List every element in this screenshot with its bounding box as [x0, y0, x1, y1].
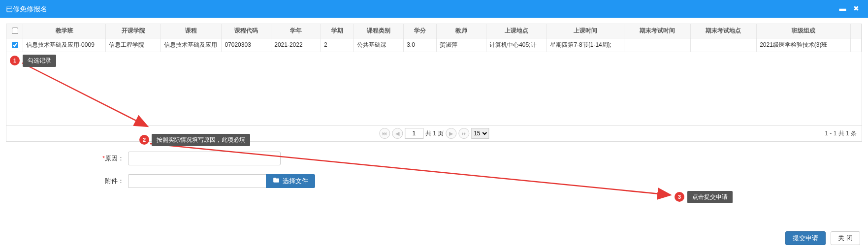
cell-location: 计算机中心405;计 [486, 38, 547, 52]
col-time: 上课时间 [547, 24, 624, 38]
page-first-button[interactable]: ⏮ [379, 128, 390, 139]
col-class: 教学班 [23, 24, 106, 38]
col-class-group: 班级组成 [757, 24, 850, 38]
annotation-badge-2: 2 [139, 135, 149, 145]
annotation-label-2: 按照实际情况填写原因，此项必填 [152, 134, 250, 146]
col-exam-time: 期末考试时间 [624, 24, 690, 38]
cell-class: 信息技术基础及应用-0009 [23, 38, 106, 52]
col-exam-loc: 期末考试地点 [690, 24, 756, 38]
window-titlebar: 已修免修报名 ▬ ✖ [0, 0, 868, 18]
results-table: 教学班 开课学院 课程 课程代码 学年 学期 课程类别 学分 教师 上课地点 上… [6, 24, 862, 52]
horizontal-scrollbar[interactable] [4, 197, 864, 205]
col-course-code: 课程代码 [222, 24, 271, 38]
table-empty-area [6, 52, 862, 125]
annotation-label-1: 勾选记录 [23, 55, 56, 67]
page-size-select[interactable]: 15 [471, 128, 489, 139]
cell-exam-loc [690, 38, 756, 52]
col-credit: 学分 [404, 24, 437, 38]
select-all-checkbox[interactable] [12, 28, 18, 34]
table-header-row: 教学班 开课学院 课程 课程代码 学年 学期 课程类别 学分 教师 上课地点 上… [6, 24, 862, 38]
cell-exam-time [624, 38, 690, 52]
cell-course-code: 07020303 [222, 38, 271, 52]
annotation-label-3: 点击提交申请 [687, 191, 733, 203]
cell-time: 星期四第7-8节{1-14周}; [547, 38, 624, 52]
submit-button[interactable]: 提交申请 [785, 231, 826, 245]
choose-file-button[interactable]: 选择文件 [266, 174, 315, 188]
page-number-input[interactable] [405, 128, 423, 139]
col-year: 学年 [271, 24, 321, 38]
attachment-label: 附件： [0, 177, 128, 186]
close-button[interactable]: 关 闭 [831, 231, 860, 245]
cell-college: 信息工程学院 [106, 38, 161, 52]
cell-term: 2 [321, 38, 354, 52]
col-category: 课程类别 [354, 24, 404, 38]
footer-actions: 提交申请 关 闭 [785, 231, 860, 245]
table-row[interactable]: 信息技术基础及应用-0009 信息工程学院 信息技术基础及应用 07020303… [6, 38, 862, 52]
attachment-path-input[interactable] [128, 174, 266, 188]
page-prev-button[interactable]: ◀ [392, 128, 403, 139]
choose-file-label: 选择文件 [283, 177, 308, 186]
col-teacher: 教师 [437, 24, 486, 38]
window-title: 已修免修报名 [6, 0, 47, 18]
cell-class-group: 2021级医学检验技术(3)班 [757, 38, 850, 52]
cell-credit: 3.0 [404, 38, 437, 52]
minimize-button[interactable]: ▬ [836, 2, 848, 14]
reason-label: *原因： [0, 154, 128, 163]
page-summary: 1 - 1 共 1 条 [825, 129, 857, 138]
cell-course: 信息技术基础及应用 [161, 38, 222, 52]
col-scroll [850, 24, 861, 38]
form-area: *原因： 附件： 选择文件 [0, 152, 868, 188]
folder-open-icon [273, 177, 280, 185]
row-checkbox[interactable] [12, 42, 18, 48]
pagination-bar: ⏮ ◀ 共 1 页 ▶ ⏭ 15 1 - 1 共 1 条 [6, 125, 862, 141]
annotation-badge-3: 3 [675, 192, 684, 202]
results-table-container: 教学班 开课学院 课程 课程代码 学年 学期 课程类别 学分 教师 上课地点 上… [6, 24, 862, 142]
col-college: 开课学院 [106, 24, 161, 38]
page-next-button[interactable]: ▶ [446, 128, 456, 139]
page-last-button[interactable]: ⏭ [458, 128, 469, 139]
cell-year: 2021-2022 [271, 38, 321, 52]
reason-input[interactable] [128, 152, 281, 165]
col-term: 学期 [321, 24, 354, 38]
cell-category: 公共基础课 [354, 38, 404, 52]
page-total-label: 共 1 页 [425, 129, 444, 138]
cell-teacher: 贺淑萍 [437, 38, 486, 52]
annotation-badge-1: 1 [10, 56, 20, 65]
col-location: 上课地点 [486, 24, 547, 38]
close-window-button[interactable]: ✖ [850, 2, 862, 14]
col-course: 课程 [161, 24, 222, 38]
